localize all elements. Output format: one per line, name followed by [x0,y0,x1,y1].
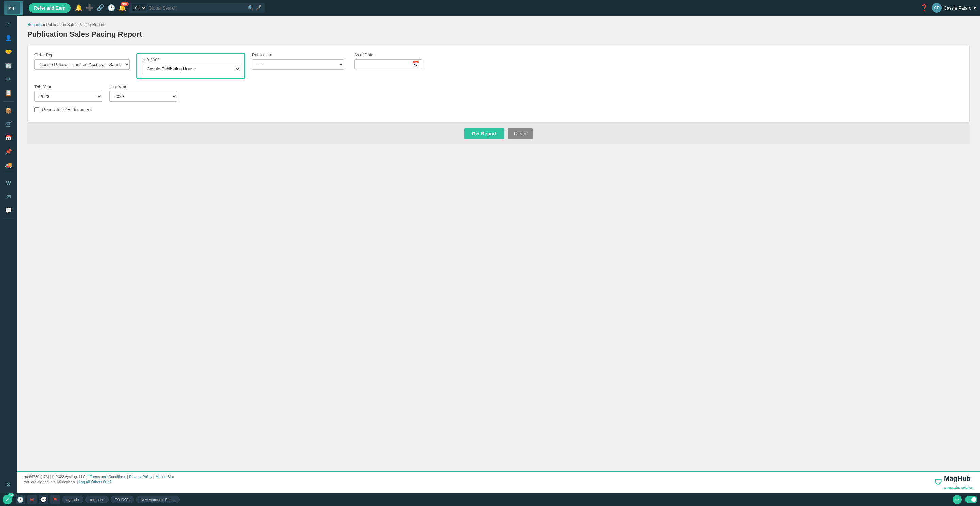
order-rep-label: Order Rep [34,53,130,57]
generate-pdf-checkbox[interactable] [34,108,39,112]
search-input[interactable] [148,5,246,11]
sidebar-item-reports[interactable]: 📋 [2,86,15,98]
user-dropdown-icon: ▾ [974,5,976,11]
taskbar-counter[interactable]: ✓ 13 [3,495,12,504]
sidebar-item-edit[interactable]: ✏ [2,73,15,85]
search-scope-dropdown[interactable]: All [132,5,146,11]
footer-session: You are signed into 66 devices. | Log Al… [24,480,973,484]
mobile-site-link[interactable]: Mobile Site [156,475,174,479]
sidebar-item-contacts[interactable]: 👤 [2,32,15,44]
order-rep-group: Order Rep Cassie Pataro, – Limited Acces… [34,53,130,70]
publisher-form-group: Publisher Cassie Publishing House [142,57,240,74]
taskbar-clock-icon[interactable]: 🕐 [16,495,25,504]
reset-button[interactable]: Reset [508,128,533,140]
sidebar-divider-2 [3,174,14,174]
publication-label: Publication [252,53,347,57]
form-row-2: This Year 2023 2022 2021 2020 Last Year … [34,85,963,102]
form-panel: Order Rep Cassie Pataro, – Limited Acces… [27,46,970,123]
last-year-select[interactable]: 2022 2021 2020 2019 [109,91,177,102]
add-icon[interactable]: ➕ [86,4,93,11]
date-input-wrapper: 01/23/2023 📅 [354,59,422,69]
publisher-label: Publisher [142,57,240,62]
taskbar-agenda-button[interactable]: agenda [62,496,83,503]
sidebar-item-orders[interactable]: 📦 [2,105,15,117]
form-row-1: Order Rep Cassie Pataro, – Limited Acces… [34,53,963,79]
sidebar-item-home[interactable]: ⌂ [2,18,15,31]
notification-count: 99+ [121,2,129,6]
taskbar-todo-button[interactable]: TO-DO's [111,496,134,503]
get-report-button[interactable]: Get Report [465,128,504,140]
this-year-label: This Year [34,85,102,89]
maghub-logo-icon: 🛡 [934,478,942,487]
this-year-group: This Year 2023 2022 2021 2020 [34,85,102,102]
breadcrumb-separator: » [43,22,45,27]
sidebar-item-deals[interactable]: 🤝 [2,46,15,58]
sidebar-item-support[interactable]: 💬 [2,204,15,216]
taskbar: ✓ 13 🕐 M 💬 ⚑ agenda calendar TO-DO's New… [0,493,980,506]
top-nav-right: ❓ CP Cassie Pataro ▾ [920,3,976,13]
svg-text:MH: MH [8,6,14,10]
clock-icon[interactable]: 🕐 [108,4,115,11]
help-icon[interactable]: ❓ [920,4,928,11]
taskbar-calendar-button[interactable]: calendar [86,496,108,503]
notification-bell-icon[interactable]: 🔔 99+ [118,4,126,11]
app-logo: MH [4,1,23,14]
taskbar-chat-icon[interactable]: 💬 [39,495,48,504]
breadcrumb: Reports » Publication Sales Pacing Repor… [27,22,970,27]
publisher-group: Publisher Cassie Publishing House [137,53,245,79]
main-layout: ⌂ 👤 🤝 🏢 ✏ 📋 📦 🛒 📅 📌 🚚 W ✉ 💬 ⚙ Reports » … [0,16,980,493]
taskbar-new-accounts-button[interactable]: New Accounts Per ... [136,496,180,503]
taskbar-toggle[interactable] [965,496,977,503]
links-icon[interactable]: 🔗 [97,4,104,11]
footer: 🛡 MagHub a magazine solution qa 66780 [e… [17,471,980,493]
page-title: Publication Sales Pacing Report [27,30,970,39]
footer-logo: 🛡 MagHub a magazine solution [934,475,973,490]
voice-search-icon[interactable]: 🎤 [256,5,261,11]
sidebar-item-word[interactable]: W [2,177,15,189]
sidebar-item-mail[interactable]: ✉ [2,190,15,203]
as-of-date-group: As of Date 01/23/2023 📅 [354,53,422,69]
global-search-area[interactable]: All 🔍 🎤 [129,3,265,13]
refer-earn-button[interactable]: Refer and Earn [29,3,71,13]
content-area: Reports » Publication Sales Pacing Repor… [17,16,980,493]
search-submit-icon[interactable]: 🔍 [248,5,253,11]
taskbar-flag-icon[interactable]: ⚑ [50,495,60,504]
as-of-date-label: As of Date [354,53,422,57]
user-avatar: CP [932,3,942,13]
sidebar-divider-3 [3,219,14,219]
calendar-picker-button[interactable]: 📅 [410,60,422,69]
last-year-label: Last Year [109,85,177,89]
publication-group: Publication — [252,53,347,70]
user-name: Cassie Pataro [943,5,972,11]
page-content: Reports » Publication Sales Pacing Repor… [17,16,980,471]
sidebar-item-delivery[interactable]: 🚚 [2,159,15,171]
generate-pdf-label[interactable]: Generate PDF Document [42,107,92,112]
taskbar-gmail-icon[interactable]: M [27,495,37,504]
sidebar-item-tasks[interactable]: 📌 [2,145,15,157]
publisher-select[interactable]: Cassie Publishing House [142,63,240,74]
log-others-out-link[interactable]: Log All Others Out? [79,480,111,484]
breadcrumb-current: Publication Sales Pacing Report [46,22,104,27]
taskbar-edit-button[interactable]: ✏ [953,495,962,504]
sidebar-item-calendar[interactable]: 📅 [2,132,15,144]
user-menu[interactable]: CP Cassie Pataro ▾ [932,3,976,13]
footer-logo-text: MagHub a magazine solution [944,475,973,490]
logo-area: MH [4,1,23,14]
privacy-link[interactable]: Privacy Policy [129,475,152,479]
sidebar: ⌂ 👤 🤝 🏢 ✏ 📋 📦 🛒 📅 📌 🚚 W ✉ 💬 ⚙ [0,16,17,493]
sidebar-item-companies[interactable]: 🏢 [2,59,15,71]
notification-icons: 🔔 ➕ 🔗 🕐 🔔 99+ [75,4,126,11]
order-rep-select[interactable]: Cassie Pataro, – Limited Access, – Sam B… [34,59,130,70]
alerts-icon[interactable]: 🔔 [75,4,82,11]
terms-link[interactable]: Terms and Conditions [90,475,126,479]
as-of-date-input[interactable]: 01/23/2023 [355,60,410,69]
this-year-select[interactable]: 2023 2022 2021 2020 [34,91,102,102]
generate-pdf-row: Generate PDF Document [34,107,963,112]
top-navigation: MH Refer and Earn 🔔 ➕ 🔗 🕐 🔔 99+ All 🔍 🎤 … [0,0,980,16]
publication-select[interactable]: — [252,59,344,70]
action-bar: Get Report Reset [27,123,970,144]
sidebar-settings-icon[interactable]: ⚙ [2,478,15,490]
sidebar-item-shopping[interactable]: 🛒 [2,118,15,130]
taskbar-counter-badge: 13 [8,493,14,497]
breadcrumb-reports-link[interactable]: Reports [27,22,41,27]
